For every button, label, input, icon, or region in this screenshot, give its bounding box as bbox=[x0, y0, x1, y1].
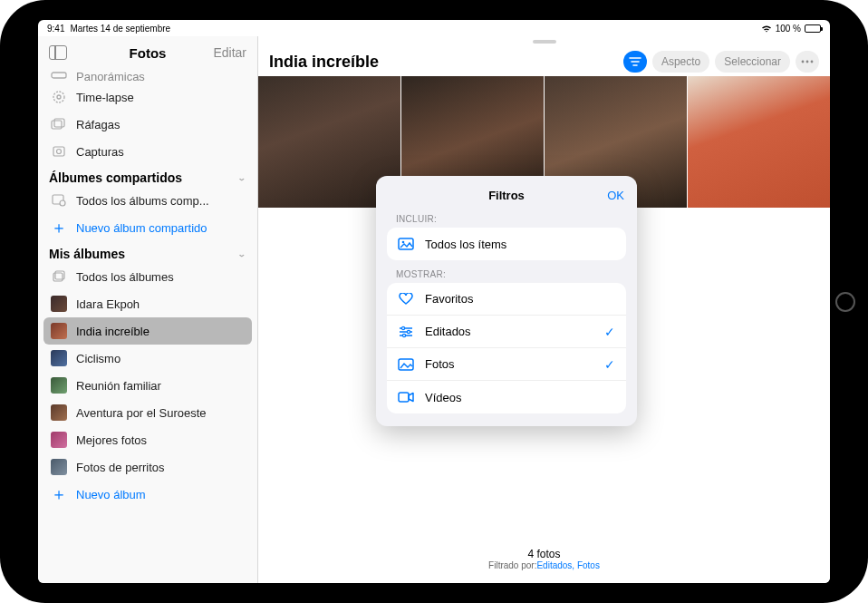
video-icon bbox=[398, 389, 414, 405]
svg-point-18 bbox=[402, 334, 405, 336]
svg-point-15 bbox=[402, 241, 405, 244]
sidebar-item-album-reunion[interactable]: Reunión familiar bbox=[38, 372, 257, 399]
sidebar-scroll[interactable]: Panorámicas Time-lapse Ráfagas bbox=[38, 69, 257, 583]
battery-icon bbox=[805, 24, 821, 33]
svg-rect-0 bbox=[52, 73, 66, 78]
sidebar-toggle-icon[interactable] bbox=[49, 45, 67, 60]
status-bar: 9:41 Martes 14 de septiembre 100 % bbox=[38, 20, 830, 36]
album-thumb bbox=[51, 432, 67, 448]
sidebar-item-album-ciclismo[interactable]: Ciclismo bbox=[38, 345, 257, 372]
panorama-icon bbox=[51, 69, 67, 83]
svg-point-16 bbox=[401, 326, 404, 329]
sliders-icon bbox=[398, 324, 414, 340]
photo-thumb[interactable] bbox=[688, 76, 830, 208]
all-items-icon bbox=[398, 236, 414, 252]
popover-include-label: INCLUIR: bbox=[376, 205, 637, 228]
filter-lines-icon bbox=[629, 57, 641, 66]
svg-rect-3 bbox=[52, 121, 62, 129]
multitask-handle[interactable] bbox=[258, 36, 830, 47]
sidebar-item-all-shared[interactable]: Todos los álbums comp... bbox=[38, 187, 257, 214]
sidebar-item-panoramas[interactable]: Panorámicas bbox=[38, 69, 257, 83]
popover-ok-button[interactable]: OK bbox=[607, 189, 624, 202]
filter-row-all-items[interactable]: Todos los ítems bbox=[387, 228, 626, 260]
sidebar-item-album-mejores[interactable]: Mejores fotos bbox=[38, 426, 257, 453]
sidebar-section-shared[interactable]: Álbumes compartidos ⌄ bbox=[38, 165, 257, 187]
album-thumb bbox=[51, 404, 67, 421]
timelapse-icon bbox=[51, 89, 67, 105]
album-thumb bbox=[51, 377, 67, 394]
filter-row-videos[interactable]: Vídeos bbox=[387, 381, 626, 413]
album-thumb bbox=[51, 459, 67, 475]
ipad-frame: 9:41 Martes 14 de septiembre 100 % bbox=[0, 0, 868, 603]
main-content: India increíble Aspecto Seleccionar bbox=[258, 36, 830, 583]
sidebar-section-myalbums[interactable]: Mis álbumes ⌄ bbox=[38, 241, 257, 263]
popover-include-group: Todos los ítems bbox=[387, 228, 626, 260]
filter-row-photos[interactable]: Fotos ✓ bbox=[387, 348, 626, 381]
sidebar-new-shared-album[interactable]: ＋ Nuevo álbum compartido bbox=[38, 214, 257, 241]
svg-point-13 bbox=[811, 61, 814, 63]
filter-row-favorites[interactable]: Favoritos bbox=[387, 283, 626, 316]
chevron-down-icon: ⌄ bbox=[237, 173, 246, 182]
svg-rect-5 bbox=[53, 147, 64, 156]
svg-point-6 bbox=[57, 150, 62, 154]
sidebar-header: Fotos Editar bbox=[38, 36, 257, 69]
main-header: India increíble Aspecto Seleccionar bbox=[258, 47, 830, 76]
heart-icon bbox=[398, 291, 414, 307]
chevron-down-icon: ⌄ bbox=[237, 249, 246, 258]
plus-icon: ＋ bbox=[51, 217, 67, 238]
wifi-icon bbox=[761, 24, 772, 33]
sidebar-item-album-aventura[interactable]: Aventura por el Suroeste bbox=[38, 399, 257, 426]
ellipsis-icon bbox=[801, 60, 814, 63]
svg-rect-20 bbox=[399, 393, 409, 402]
aspect-button[interactable]: Aspecto bbox=[652, 51, 709, 73]
sidebar: Fotos Editar Panorámicas bbox=[38, 36, 258, 583]
sidebar-item-screenshots[interactable]: Capturas bbox=[38, 138, 257, 165]
popover-title: Filtros bbox=[488, 189, 525, 202]
status-time: 9:41 bbox=[47, 24, 64, 34]
screenshot-icon bbox=[51, 143, 67, 160]
sidebar-item-bursts[interactable]: Ráfagas bbox=[38, 111, 257, 138]
sidebar-item-album-perritos[interactable]: Fotos de perritos bbox=[38, 453, 257, 481]
sidebar-item-timelapse[interactable]: Time-lapse bbox=[38, 83, 257, 111]
check-icon: ✓ bbox=[604, 357, 615, 372]
sidebar-item-all-albums[interactable]: Todos los álbumes bbox=[38, 263, 257, 290]
popover-show-label: MOSTRAR: bbox=[376, 260, 637, 283]
svg-point-8 bbox=[60, 200, 65, 206]
select-button[interactable]: Seleccionar bbox=[715, 51, 790, 73]
filter-summary: Filtrado por:Editados, Fotos bbox=[258, 560, 830, 570]
filter-row-edited[interactable]: Editados ✓ bbox=[387, 316, 626, 348]
svg-rect-4 bbox=[54, 119, 64, 127]
burst-icon bbox=[51, 116, 67, 132]
album-thumb bbox=[51, 350, 67, 366]
home-button[interactable] bbox=[835, 292, 855, 312]
svg-point-12 bbox=[806, 61, 809, 63]
svg-point-1 bbox=[53, 92, 64, 102]
album-thumb bbox=[51, 296, 67, 312]
album-title: India increíble bbox=[269, 53, 618, 72]
sidebar-edit-button[interactable]: Editar bbox=[213, 45, 246, 60]
svg-point-17 bbox=[407, 330, 410, 333]
albums-icon bbox=[51, 268, 67, 285]
photo-count: 4 fotos bbox=[258, 548, 830, 560]
sidebar-item-album-idara[interactable]: Idara Ekpoh bbox=[38, 290, 257, 317]
filters-popover: Filtros OK INCLUIR: Todos los ítems MOST… bbox=[376, 176, 637, 426]
grid-footer: 4 fotos Filtrado por:Editados, Fotos bbox=[258, 539, 830, 583]
album-thumb bbox=[51, 323, 67, 339]
popover-show-group: Favoritos Editados ✓ bbox=[387, 283, 626, 413]
svg-point-11 bbox=[802, 61, 805, 63]
sidebar-new-album[interactable]: ＋ Nuevo álbum bbox=[38, 481, 257, 508]
plus-icon: ＋ bbox=[51, 483, 67, 505]
sidebar-item-album-india[interactable]: India increíble bbox=[43, 317, 252, 345]
battery-percent: 100 % bbox=[776, 24, 801, 34]
svg-point-2 bbox=[57, 95, 61, 99]
shared-album-icon bbox=[51, 192, 67, 209]
status-date: Martes 14 de septiembre bbox=[70, 24, 170, 34]
screen: 9:41 Martes 14 de septiembre 100 % bbox=[38, 20, 830, 583]
check-icon: ✓ bbox=[604, 325, 615, 339]
filter-button[interactable] bbox=[623, 51, 647, 73]
photo-icon bbox=[398, 356, 414, 373]
more-button[interactable] bbox=[796, 51, 819, 73]
